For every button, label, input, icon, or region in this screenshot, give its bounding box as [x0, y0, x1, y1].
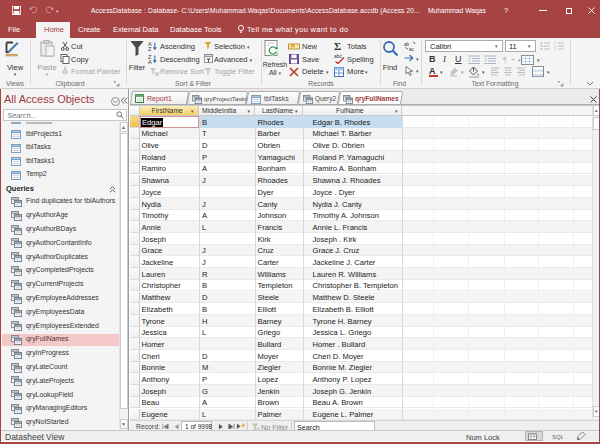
svg-text:ac: ac [409, 47, 415, 52]
svg-text:SQL: SQL [552, 434, 563, 440]
svg-text:A: A [148, 59, 152, 64]
svg-text:abc: abc [334, 53, 343, 59]
svg-text:Z: Z [148, 46, 152, 51]
svg-text:¶: ¶ [503, 56, 507, 64]
svg-text:3: 3 [554, 48, 556, 51]
